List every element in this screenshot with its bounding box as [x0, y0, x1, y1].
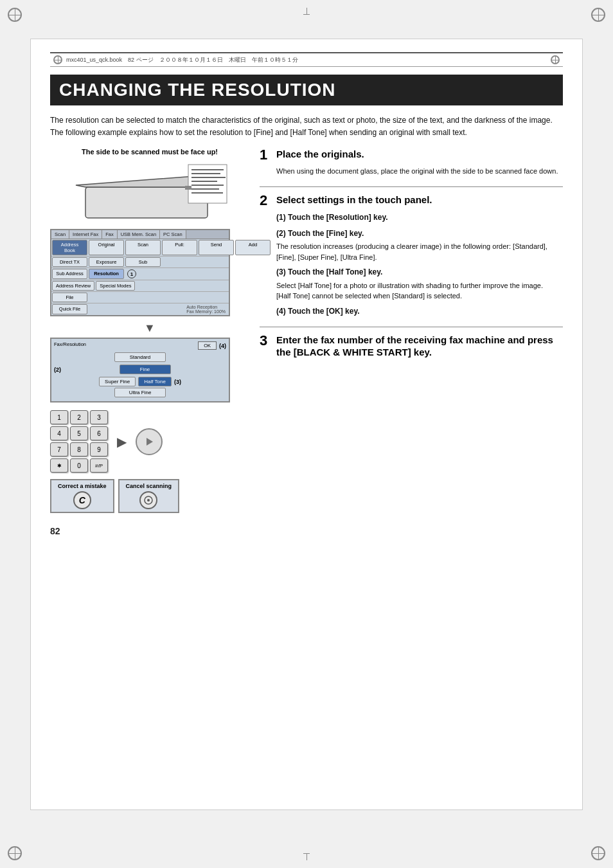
- res-ultra-fine-btn: Ultra Fine: [114, 388, 166, 397]
- btn-pull: Pull:: [162, 240, 197, 255]
- btn-send: Send: [199, 240, 234, 255]
- step-2-num: 2: [260, 194, 272, 208]
- panel-arrow: ▼: [50, 321, 249, 335]
- panel-tabs: Scan Internet Fax Fax USB Mem. Scan PC S…: [51, 230, 229, 239]
- step-3: 3 Enter the fax number of the receiving …: [260, 334, 563, 359]
- keypad-area: 1 2 3 4 5 6 7 8 9 ✱ 0 #/P ▶: [50, 410, 249, 473]
- res-super-fine-btn: Super Fine: [99, 377, 136, 386]
- correct-mistake-circle: C: [73, 491, 91, 509]
- panel-row-4: Address Review Special Modes: [51, 280, 229, 292]
- right-column: 1 Place the originals. When using the do…: [260, 148, 563, 513]
- corner-decoration-br: [591, 846, 605, 860]
- sub-step-2-3: (3) Touch the [Half Tone] key. Select [H…: [276, 266, 563, 301]
- tab-pc: PC Scan: [160, 230, 186, 239]
- res-fine-row: (2) Fine: [54, 363, 226, 375]
- panel-row-2: Direct TX Exposure Sub: [51, 257, 229, 268]
- step-2-header: 2 Select settings in the touch panel.: [260, 194, 563, 208]
- cancel-scanning-label: Cancel scanning: [126, 483, 172, 489]
- panel-screenshot: Scan Internet Fax Fax USB Mem. Scan PC S…: [50, 229, 230, 316]
- btn-sub-address: Sub Address: [52, 269, 87, 279]
- btn-sub: Sub: [125, 257, 161, 267]
- sub-step-2-4: (4) Touch the [OK] key.: [276, 305, 563, 318]
- cancel-scanning-btn[interactable]: Cancel scanning: [118, 479, 180, 513]
- sub-step-2-2-title: (2) Touch the [Fine] key.: [276, 228, 563, 240]
- btn-exposure: Exposure: [89, 257, 124, 267]
- key-9: 9: [90, 442, 108, 457]
- touch-panel-section: Scan Internet Fax Fax USB Mem. Scan PC S…: [50, 229, 249, 402]
- svg-rect-1: [188, 165, 227, 203]
- step-divider-2: [260, 327, 563, 327]
- header-crosshair: [53, 55, 62, 64]
- sub-step-2-1: (1) Touch the [Resolution] key.: [276, 212, 563, 224]
- step-2-title: Select settings in the touch panel.: [276, 194, 432, 206]
- res-ok-area: OK (4): [198, 341, 226, 350]
- key-8: 8: [70, 442, 88, 457]
- key-4: 4: [50, 426, 68, 440]
- svg-rect-9: [185, 186, 191, 190]
- intro-text: The resolution can be selected to match …: [50, 114, 563, 139]
- key-3: 3: [90, 410, 108, 424]
- arrow-to-start: ▶: [117, 434, 127, 449]
- panel-status-line2: Fax Memory: 100%: [186, 309, 226, 314]
- btn-resolution: Resolution: [89, 269, 124, 279]
- btn-direct-tx: Direct TX: [52, 257, 87, 267]
- panel-row-5: File: [51, 292, 229, 303]
- btn-address-book: Address Book: [52, 240, 87, 255]
- step-2: 2 Select settings in the touch panel. (1…: [260, 194, 563, 318]
- step-1: 1 Place the originals. When using the do…: [260, 148, 563, 177]
- res-panel-title: Fax/Resolution: [54, 341, 86, 350]
- panel-row-3: Sub Address Resolution 1: [51, 268, 229, 280]
- btn-special-modes: Special Modes: [96, 281, 135, 291]
- header-bar: mxc401_us_qck.book 82 ページ ２００８年１０月１６日 木曜…: [50, 52, 563, 67]
- svg-point-12: [147, 499, 150, 502]
- page-number: 82: [50, 526, 563, 536]
- btn-quick-file: Quick File: [52, 304, 87, 314]
- btn-scan: Scan: [125, 240, 161, 255]
- key-star: ✱: [50, 458, 68, 473]
- panel-row-6: Quick File Auto Reception Fax Memory: 10…: [51, 303, 229, 315]
- keypad: 1 2 3 4 5 6 7 8 9 ✱ 0 #/P: [50, 410, 108, 473]
- cancel-scanning-circle: [139, 491, 157, 509]
- action-buttons: Correct a mistake C Cancel scanning: [50, 479, 249, 513]
- sub-step-2-1-title: (1) Touch the [Resolution] key.: [276, 212, 563, 224]
- correct-mistake-btn[interactable]: Correct a mistake C: [50, 479, 114, 513]
- panel-row-1: Address Book Original Scan Pull: Send Ad…: [51, 239, 229, 257]
- start-button[interactable]: [136, 428, 163, 455]
- key-5: 5: [70, 426, 88, 440]
- panel-status-line1: Auto Reception: [186, 305, 226, 309]
- page-content: mxc401_us_qck.book 82 ページ ２００８年１０月１６日 木曜…: [30, 39, 583, 810]
- key-2: 2: [70, 410, 88, 424]
- btn-address-review: Address Review: [52, 281, 94, 291]
- sub-step-2-2: (2) Touch the [Fine] key. The resolution…: [276, 228, 563, 262]
- step-1-num: 1: [260, 148, 272, 162]
- correct-mistake-label: Correct a mistake: [58, 483, 107, 489]
- callout-3-label: (3): [174, 379, 181, 385]
- corner-decoration-tr: [591, 8, 605, 22]
- step-1-header: 1 Place the originals.: [260, 148, 563, 162]
- sub-step-2-2-body: The resolution increases (producing a cl…: [276, 241, 563, 262]
- chapter-title: CHANGING THE RESOLUTION: [50, 75, 563, 105]
- panel-status: Auto Reception Fax Memory: 100%: [183, 303, 229, 315]
- sub-step-2-3-body: Select [Half Tone] for a photo or illust…: [276, 280, 563, 302]
- res-half-tone-btn: Half Tone: [138, 377, 172, 386]
- step-1-title: Place the originals.: [276, 148, 364, 161]
- res-fine-btn: Fine: [120, 365, 171, 374]
- step-3-title: Enter the fax number of the receiving fa…: [276, 334, 563, 359]
- scanner-label: The side to be scanned must be face up!: [50, 148, 249, 156]
- step-3-header: 3 Enter the fax number of the receiving …: [260, 334, 563, 359]
- resolution-panel: Fax/Resolution OK (4) Standard (2): [50, 338, 230, 402]
- step-divider-1: [260, 186, 563, 187]
- page: mxc401_us_qck.book 82 ページ ２００８年１０月１６日 木曜…: [0, 0, 613, 868]
- tab-internet-fax: Internet Fax: [69, 230, 102, 239]
- tab-scan: Scan: [51, 230, 69, 239]
- res-panel-wrapper: Fax/Resolution OK (4) Standard (2): [50, 338, 249, 402]
- btn-file: File: [52, 293, 87, 302]
- ok-btn: OK: [198, 341, 217, 350]
- left-column: The side to be scanned must be face up!: [50, 148, 249, 513]
- key-0: 0: [70, 458, 88, 473]
- svg-marker-10: [147, 438, 153, 446]
- bottom-tick: [303, 853, 310, 860]
- res-super-row: Super Fine Half Tone (3): [54, 377, 226, 386]
- scanner-diagram: [66, 158, 233, 222]
- step-1-body: When using the document glass, place the…: [276, 166, 563, 177]
